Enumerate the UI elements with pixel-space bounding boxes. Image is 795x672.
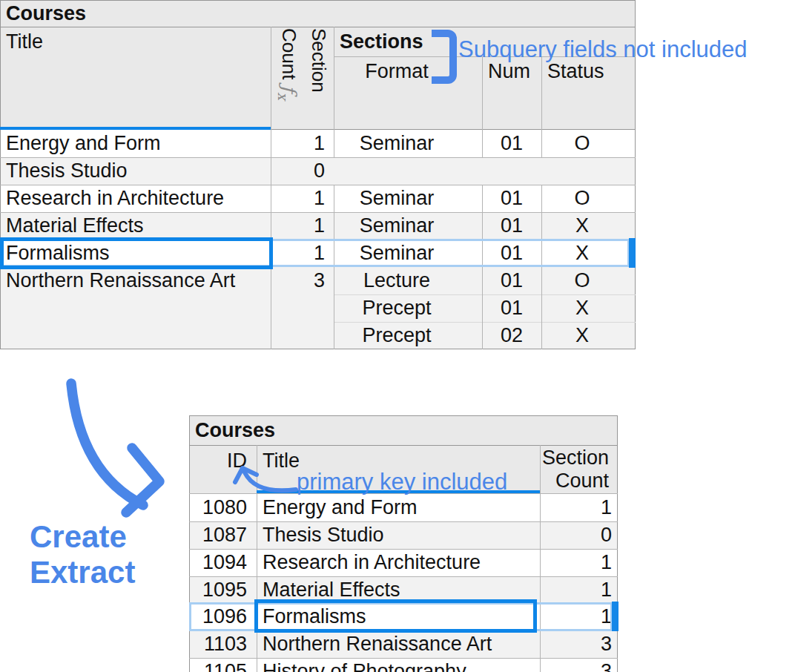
course-title-cell: Energy and Form xyxy=(0,130,271,157)
section-status-cell: X xyxy=(541,322,623,349)
section-count-cell: 1 xyxy=(540,549,618,576)
section-num-cell: 02 xyxy=(482,322,541,349)
section-count-cell: 0 xyxy=(271,157,334,185)
section-count-cell: 3 xyxy=(540,658,618,672)
course-id-cell: 1103 xyxy=(189,630,253,658)
section-count-cell: 1 xyxy=(540,576,618,603)
course-title-cell: History of Photography xyxy=(257,658,540,672)
create-extract-arrow-icon xyxy=(71,383,159,513)
extract-table-title: Courses xyxy=(189,415,560,445)
section-format-cell: Lecture xyxy=(334,267,460,294)
section-count-cell: 1 xyxy=(271,212,334,240)
section-count-cell: 0 xyxy=(540,521,618,549)
section-status-cell: O xyxy=(541,267,623,294)
section-count-cell: 1 xyxy=(271,130,334,157)
section-status-cell: O xyxy=(541,185,623,212)
section-status-cell: X xyxy=(541,294,623,322)
primary-key-note: primary key included xyxy=(297,467,507,497)
formula-fx-icon: ƒx xyxy=(278,85,300,100)
course-id-cell: 1094 xyxy=(189,549,253,576)
column-header-section-count-rotated: Section Count ƒx xyxy=(271,27,334,130)
section-format-cell: Seminar xyxy=(334,185,460,212)
highlighted-title-cell-border xyxy=(254,599,537,633)
section-count-cell: 1 xyxy=(540,494,618,521)
section-num-cell: 01 xyxy=(482,212,541,240)
section-count-cell: 1 xyxy=(271,185,334,212)
course-title-cell: Northern Renaissance Art xyxy=(0,267,271,294)
subquery-note: Subquery fields not included xyxy=(458,30,747,69)
course-title-cell: Thesis Studio xyxy=(257,521,540,549)
course-title-cell: Thesis Studio xyxy=(0,157,271,185)
column-header-id: ID xyxy=(189,445,253,476)
section-count-line1: Section xyxy=(308,28,330,93)
course-title-cell: Research in Architecture xyxy=(0,185,271,212)
section-status-cell: X xyxy=(541,212,623,240)
course-id-cell: 1105 xyxy=(189,658,253,672)
section-num-cell: 01 xyxy=(482,130,541,157)
section-status-cell: O xyxy=(541,130,623,157)
course-id-cell: 1095 xyxy=(189,576,253,603)
section-count-cell: 3 xyxy=(540,630,618,658)
diagram-canvas: Courses Title Section Count ƒx Sections … xyxy=(0,0,795,672)
column-header-section-count: Section Count xyxy=(540,447,613,493)
course-title-cell: Energy and Form xyxy=(257,494,540,521)
section-format-cell: Precept xyxy=(334,294,460,322)
section-num-cell: 01 xyxy=(482,294,541,322)
section-num-cell: 01 xyxy=(482,267,541,294)
highlighted-row-end-cap xyxy=(612,602,618,631)
section-format-cell: Seminar xyxy=(334,212,460,240)
section-num-cell: 01 xyxy=(482,185,541,212)
section-count-cell: 3 xyxy=(271,267,334,294)
section-count-line2: Count xyxy=(278,28,300,79)
course-title-cell: Material Effects xyxy=(0,212,271,240)
bracket-icon xyxy=(432,30,457,84)
section-format-cell: Seminar xyxy=(334,130,460,157)
highlighted-row-end-cap xyxy=(629,238,636,268)
section-format-cell: Precept xyxy=(334,322,460,349)
course-title-cell: Northern Renaissance Art xyxy=(257,630,540,658)
create-extract-label: Create Extract xyxy=(30,519,135,590)
course-id-cell: 1087 xyxy=(189,521,253,549)
highlighted-title-cell-border xyxy=(0,237,273,269)
course-title-cell: Research in Architecture xyxy=(257,549,540,576)
course-id-cell: 1080 xyxy=(189,494,253,521)
source-table-title: Courses xyxy=(0,0,371,27)
column-header-title: Title xyxy=(0,27,267,56)
